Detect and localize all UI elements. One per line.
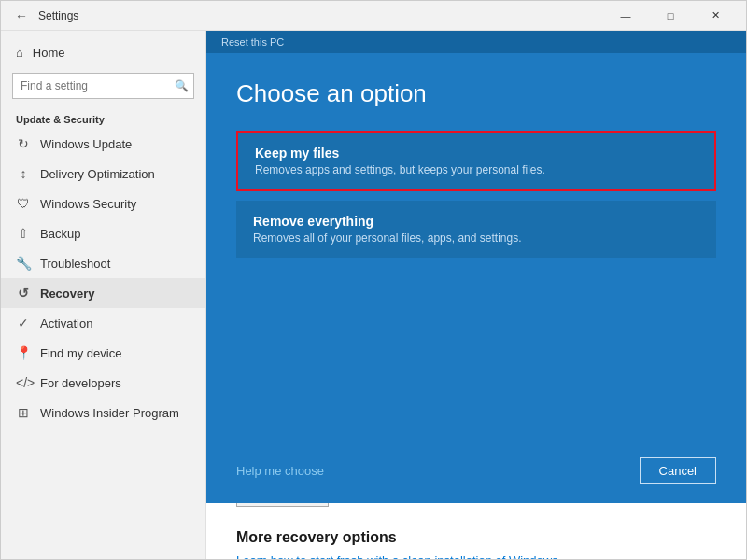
content-area: Recovery Reset this PC Reset this PC Cho… [206,31,746,559]
help-me-choose-link[interactable]: Help me choose [236,464,324,478]
search-container: 🔍 [12,73,194,99]
option-remove-title: Remove everything [253,214,699,229]
sidebar: ⌂ Home 🔍 Update & Security ↻ Windows Upd… [1,31,206,559]
option-keep-files-title: Keep my files [255,146,698,161]
home-icon: ⌂ [16,46,23,60]
search-icon: 🔍 [175,79,189,92]
close-button[interactable]: ✕ [694,1,737,31]
sidebar-item-label: For developers [40,376,121,390]
search-input[interactable] [12,73,194,99]
sidebar-item-label: Backup [40,227,80,241]
minimize-button[interactable]: — [604,1,647,31]
window-controls: — □ ✕ [604,1,737,31]
back-button[interactable]: ← [10,5,33,27]
update-icon: ↻ [16,136,31,151]
shield-icon: 🛡 [16,196,31,211]
delivery-icon: ↕ [16,166,31,181]
title-bar: ← Settings — □ ✕ [1,1,746,31]
maximize-button[interactable]: □ [649,1,692,31]
sidebar-item-for-developers[interactable]: </> For developers [1,368,205,398]
location-icon: 📍 [16,345,31,360]
settings-window: ← Settings — □ ✕ ⌂ Home 🔍 Update & Secur… [0,0,747,560]
sidebar-item-label: Troubleshoot [40,257,110,271]
sidebar-item-find-my-device[interactable]: 📍 Find my device [1,338,205,368]
reset-dialog: Reset this PC Choose an option Keep my f… [206,31,746,503]
developer-icon: </> [16,375,31,390]
home-label: Home [33,46,65,60]
sidebar-item-label: Windows Update [40,137,132,151]
option-keep-files[interactable]: Keep my files Removes apps and settings,… [236,131,716,191]
dialog-title: Choose an option [236,79,716,108]
backup-icon: ⇧ [16,226,31,241]
sidebar-item-windows-update[interactable]: ↻ Windows Update [1,129,205,159]
sidebar-item-backup[interactable]: ⇧ Backup [1,218,205,248]
sidebar-item-windows-security[interactable]: 🛡 Windows Security [1,189,205,218]
sidebar-section-title: Update & Security [1,105,205,129]
dialog-footer: Help me choose Cancel [206,446,746,503]
sidebar-item-activation[interactable]: ✓ Activation [1,308,205,338]
sidebar-item-label: Windows Insider Program [40,406,179,420]
sidebar-item-delivery-optimization[interactable]: ↕ Delivery Optimization [1,159,205,189]
option-remove-everything[interactable]: Remove everything Removes all of your pe… [236,201,716,258]
recovery-icon: ↺ [16,286,31,301]
sidebar-item-label: Windows Security [40,197,136,211]
sidebar-item-label: Recovery [40,287,95,301]
cancel-button[interactable]: Cancel [640,457,716,484]
main-area: ⌂ Home 🔍 Update & Security ↻ Windows Upd… [1,31,746,559]
sidebar-item-label: Find my device [40,346,121,360]
dialog-body: Choose an option Keep my files Removes a… [206,53,746,446]
window-title: Settings [33,9,604,22]
sidebar-item-label: Delivery Optimization [40,167,155,181]
sidebar-item-recovery[interactable]: ↺ Recovery [1,278,205,308]
troubleshoot-icon: 🔧 [16,256,31,271]
option-keep-files-desc: Removes apps and settings, but keeps you… [255,163,698,176]
dialog-header: Reset this PC [206,31,746,53]
option-remove-desc: Removes all of your personal files, apps… [253,231,699,245]
activation-icon: ✓ [16,315,31,330]
sidebar-item-troubleshoot[interactable]: 🔧 Troubleshoot [1,248,205,278]
insider-icon: ⊞ [16,405,31,420]
sidebar-item-home[interactable]: ⌂ Home [1,38,205,67]
sidebar-item-windows-insider[interactable]: ⊞ Windows Insider Program [1,398,205,427]
dialog-overlay: Reset this PC Choose an option Keep my f… [206,31,746,559]
sidebar-item-label: Activation [40,316,92,330]
